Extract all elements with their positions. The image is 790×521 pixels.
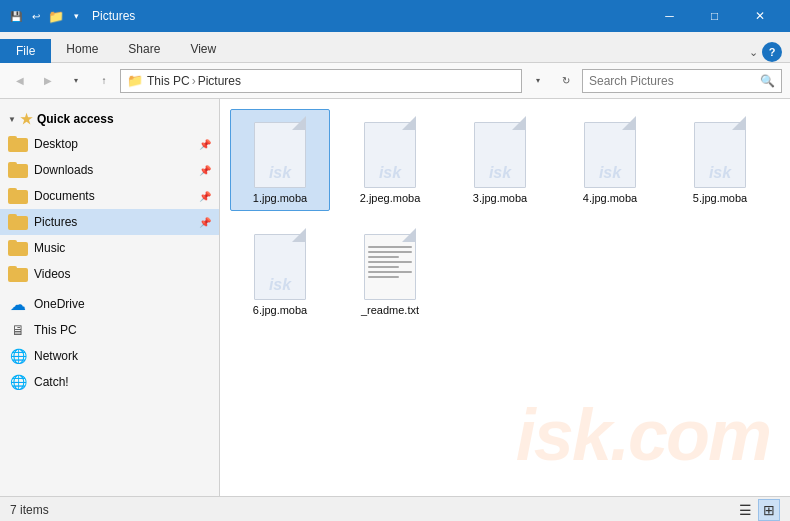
- thispc-icon: 🖥: [8, 320, 28, 340]
- window-controls: ─ □ ✕: [647, 0, 782, 32]
- pictures-label: Pictures: [34, 215, 195, 229]
- desktop-label: Desktop: [34, 137, 195, 151]
- sidebar-item-catch[interactable]: 🌐 Catch!: [0, 369, 219, 395]
- app-icon-save: 💾: [8, 8, 24, 24]
- file-grid: isk 1.jpg.moba isk 2.jpeg.moba isk: [230, 109, 780, 323]
- ribbon: File Home Share View ⌄ ?: [0, 32, 790, 63]
- file-name: 1.jpg.moba: [253, 192, 307, 204]
- catch-label: Catch!: [34, 375, 211, 389]
- desktop-pin-icon: 📌: [199, 139, 211, 150]
- file-name: 4.jpg.moba: [583, 192, 637, 204]
- sidebar-item-thispc[interactable]: 🖥 This PC: [0, 317, 219, 343]
- refresh-button[interactable]: ↻: [554, 69, 578, 93]
- sidebar-item-onedrive[interactable]: ☁ OneDrive: [0, 291, 219, 317]
- tab-view[interactable]: View: [175, 37, 231, 63]
- quick-access-chevron: ▼: [8, 115, 16, 124]
- sidebar-item-videos[interactable]: Videos: [0, 261, 219, 287]
- documents-folder-icon: [8, 186, 28, 206]
- sidebar-item-pictures[interactable]: Pictures 📌: [0, 209, 219, 235]
- sidebar: ▼ ★ Quick access Desktop 📌 Downloads 📌 D…: [0, 99, 220, 496]
- tab-home[interactable]: Home: [51, 37, 113, 63]
- file-icon: isk: [250, 228, 310, 300]
- search-icon: 🔍: [760, 74, 775, 88]
- title-bar-app-icons: 💾 ↩ 📁 ▾: [8, 8, 84, 24]
- minimize-button[interactable]: ─: [647, 0, 692, 32]
- app-icon-undo: ↩: [28, 8, 44, 24]
- file-icon: [360, 228, 420, 300]
- back-button[interactable]: ◀: [8, 69, 32, 93]
- file-name: 5.jpg.moba: [693, 192, 747, 204]
- documents-pin-icon: 📌: [199, 191, 211, 202]
- videos-label: Videos: [34, 267, 211, 281]
- file-item[interactable]: isk 1.jpg.moba: [230, 109, 330, 211]
- window-title: Pictures: [92, 9, 647, 23]
- quickaccess-star-icon: ★: [20, 111, 33, 127]
- breadcrumb-sep-1: ›: [192, 74, 196, 88]
- file-item[interactable]: _readme.txt: [340, 221, 440, 323]
- music-label: Music: [34, 241, 211, 255]
- file-name: _readme.txt: [361, 304, 419, 316]
- thispc-label: This PC: [34, 323, 211, 337]
- title-dropdown-icon[interactable]: ▾: [68, 8, 84, 24]
- view-toggle-group: ☰ ⊞: [734, 499, 780, 521]
- recent-locations-button[interactable]: ▾: [64, 69, 88, 93]
- address-dropdown-button[interactable]: ▾: [526, 69, 550, 93]
- music-folder-icon: [8, 238, 28, 258]
- file-item[interactable]: isk 5.jpg.moba: [670, 109, 770, 211]
- main-layout: ▼ ★ Quick access Desktop 📌 Downloads 📌 D…: [0, 99, 790, 496]
- path-folder-icon: 📁: [127, 73, 143, 88]
- pictures-folder-icon: [8, 212, 28, 232]
- file-item[interactable]: isk 6.jpg.moba: [230, 221, 330, 323]
- path-thispc[interactable]: This PC: [147, 74, 190, 88]
- path-pictures[interactable]: Pictures: [198, 74, 241, 88]
- address-path[interactable]: 📁 This PC › Pictures: [120, 69, 522, 93]
- list-view-button[interactable]: ☰: [734, 499, 756, 521]
- status-bar: 7 items ☰ ⊞: [0, 496, 790, 521]
- tab-share[interactable]: Share: [113, 37, 175, 63]
- file-item[interactable]: isk 2.jpeg.moba: [340, 109, 440, 211]
- forward-button[interactable]: ▶: [36, 69, 60, 93]
- file-item[interactable]: isk 3.jpg.moba: [450, 109, 550, 211]
- desktop-folder-icon: [8, 134, 28, 154]
- tab-file[interactable]: File: [0, 39, 51, 63]
- downloads-folder-icon: [8, 160, 28, 180]
- sidebar-item-documents[interactable]: Documents 📌: [0, 183, 219, 209]
- onedrive-label: OneDrive: [34, 297, 211, 311]
- onedrive-icon: ☁: [8, 294, 28, 314]
- quick-access-header[interactable]: ▼ ★ Quick access: [0, 103, 219, 131]
- sidebar-item-desktop[interactable]: Desktop 📌: [0, 131, 219, 157]
- downloads-label: Downloads: [34, 163, 195, 177]
- file-icon: isk: [580, 116, 640, 188]
- pictures-pin-icon: 📌: [199, 217, 211, 228]
- help-button[interactable]: ?: [762, 42, 782, 62]
- quick-access-label: Quick access: [37, 112, 114, 126]
- watermark: isk.com: [516, 394, 770, 476]
- file-icon: isk: [470, 116, 530, 188]
- title-bar: 💾 ↩ 📁 ▾ Pictures ─ □ ✕: [0, 0, 790, 32]
- network-icon: 🌐: [8, 346, 28, 366]
- file-name: 3.jpg.moba: [473, 192, 527, 204]
- search-box[interactable]: 🔍: [582, 69, 782, 93]
- sidebar-item-downloads[interactable]: Downloads 📌: [0, 157, 219, 183]
- maximize-button[interactable]: □: [692, 0, 737, 32]
- sidebar-item-music[interactable]: Music: [0, 235, 219, 261]
- close-button[interactable]: ✕: [737, 0, 782, 32]
- file-item[interactable]: isk 4.jpg.moba: [560, 109, 660, 211]
- content-area: isk.com isk 1.jpg.moba isk 2.jpeg.moba: [220, 99, 790, 496]
- documents-label: Documents: [34, 189, 195, 203]
- sidebar-item-network[interactable]: 🌐 Network: [0, 343, 219, 369]
- search-input[interactable]: [589, 74, 756, 88]
- file-name: 6.jpg.moba: [253, 304, 307, 316]
- downloads-pin-icon: 📌: [199, 165, 211, 176]
- grid-view-button[interactable]: ⊞: [758, 499, 780, 521]
- title-folder-icon: 📁: [48, 8, 64, 24]
- address-bar: ◀ ▶ ▾ ↑ 📁 This PC › Pictures ▾ ↻ 🔍: [0, 63, 790, 99]
- ribbon-collapse-button[interactable]: ⌄: [749, 46, 758, 59]
- catch-icon: 🌐: [8, 372, 28, 392]
- file-icon: isk: [250, 116, 310, 188]
- file-icon: isk: [690, 116, 750, 188]
- ribbon-tabs: File Home Share View ⌄ ?: [0, 32, 790, 62]
- up-button[interactable]: ↑: [92, 69, 116, 93]
- file-name: 2.jpeg.moba: [360, 192, 421, 204]
- network-label: Network: [34, 349, 211, 363]
